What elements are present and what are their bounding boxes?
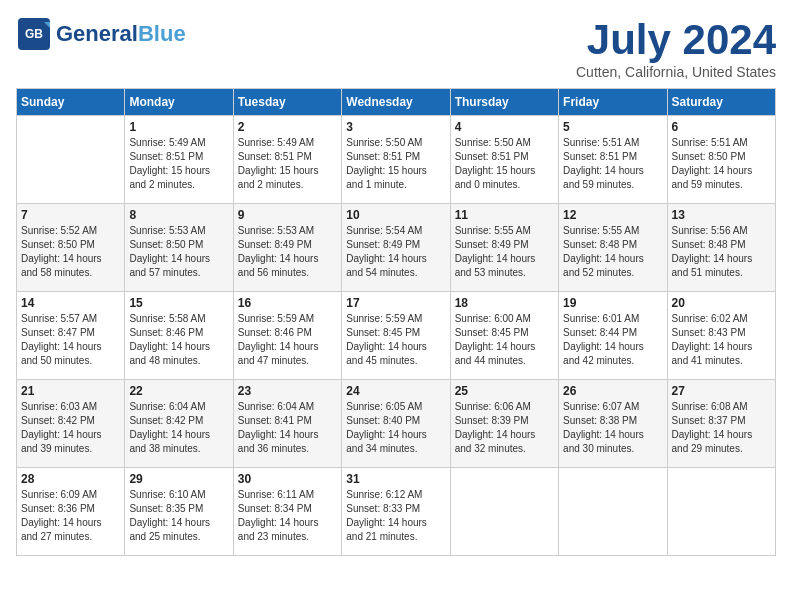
day-number: 9 — [238, 208, 337, 222]
calendar-cell: 3Sunrise: 5:50 AM Sunset: 8:51 PM Daylig… — [342, 116, 450, 204]
calendar-cell: 25Sunrise: 6:06 AM Sunset: 8:39 PM Dayli… — [450, 380, 558, 468]
weekday-header-sunday: Sunday — [17, 89, 125, 116]
day-number: 26 — [563, 384, 662, 398]
calendar-cell: 2Sunrise: 5:49 AM Sunset: 8:51 PM Daylig… — [233, 116, 341, 204]
weekday-header-friday: Friday — [559, 89, 667, 116]
day-info: Sunrise: 5:54 AM Sunset: 8:49 PM Dayligh… — [346, 224, 445, 280]
day-info: Sunrise: 5:53 AM Sunset: 8:49 PM Dayligh… — [238, 224, 337, 280]
day-info: Sunrise: 6:07 AM Sunset: 8:38 PM Dayligh… — [563, 400, 662, 456]
day-number: 6 — [672, 120, 771, 134]
day-number: 11 — [455, 208, 554, 222]
day-info: Sunrise: 6:02 AM Sunset: 8:43 PM Dayligh… — [672, 312, 771, 368]
page-header: GB GeneralBlue July 2024 Cutten, Califor… — [16, 16, 776, 80]
week-row-1: 1Sunrise: 5:49 AM Sunset: 8:51 PM Daylig… — [17, 116, 776, 204]
day-number: 24 — [346, 384, 445, 398]
day-number: 8 — [129, 208, 228, 222]
calendar-cell: 8Sunrise: 5:53 AM Sunset: 8:50 PM Daylig… — [125, 204, 233, 292]
day-info: Sunrise: 5:55 AM Sunset: 8:48 PM Dayligh… — [563, 224, 662, 280]
day-info: Sunrise: 5:50 AM Sunset: 8:51 PM Dayligh… — [455, 136, 554, 192]
weekday-header-thursday: Thursday — [450, 89, 558, 116]
weekday-header-saturday: Saturday — [667, 89, 775, 116]
calendar-cell: 14Sunrise: 5:57 AM Sunset: 8:47 PM Dayli… — [17, 292, 125, 380]
calendar-cell: 10Sunrise: 5:54 AM Sunset: 8:49 PM Dayli… — [342, 204, 450, 292]
calendar-cell: 9Sunrise: 5:53 AM Sunset: 8:49 PM Daylig… — [233, 204, 341, 292]
calendar-cell: 5Sunrise: 5:51 AM Sunset: 8:51 PM Daylig… — [559, 116, 667, 204]
calendar-cell: 24Sunrise: 6:05 AM Sunset: 8:40 PM Dayli… — [342, 380, 450, 468]
day-number: 28 — [21, 472, 120, 486]
day-info: Sunrise: 6:04 AM Sunset: 8:42 PM Dayligh… — [129, 400, 228, 456]
calendar-cell — [559, 468, 667, 556]
logo-icon: GB — [16, 16, 52, 52]
day-info: Sunrise: 5:51 AM Sunset: 8:51 PM Dayligh… — [563, 136, 662, 192]
day-number: 3 — [346, 120, 445, 134]
calendar-cell: 4Sunrise: 5:50 AM Sunset: 8:51 PM Daylig… — [450, 116, 558, 204]
day-info: Sunrise: 5:57 AM Sunset: 8:47 PM Dayligh… — [21, 312, 120, 368]
day-info: Sunrise: 5:53 AM Sunset: 8:50 PM Dayligh… — [129, 224, 228, 280]
calendar-cell: 11Sunrise: 5:55 AM Sunset: 8:49 PM Dayli… — [450, 204, 558, 292]
location: Cutten, California, United States — [576, 64, 776, 80]
day-info: Sunrise: 6:04 AM Sunset: 8:41 PM Dayligh… — [238, 400, 337, 456]
svg-text:GB: GB — [25, 27, 43, 41]
weekday-header-wednesday: Wednesday — [342, 89, 450, 116]
calendar-cell: 29Sunrise: 6:10 AM Sunset: 8:35 PM Dayli… — [125, 468, 233, 556]
day-number: 13 — [672, 208, 771, 222]
day-number: 2 — [238, 120, 337, 134]
calendar-cell: 15Sunrise: 5:58 AM Sunset: 8:46 PM Dayli… — [125, 292, 233, 380]
week-row-5: 28Sunrise: 6:09 AM Sunset: 8:36 PM Dayli… — [17, 468, 776, 556]
day-number: 10 — [346, 208, 445, 222]
day-info: Sunrise: 5:59 AM Sunset: 8:46 PM Dayligh… — [238, 312, 337, 368]
week-row-2: 7Sunrise: 5:52 AM Sunset: 8:50 PM Daylig… — [17, 204, 776, 292]
calendar-cell: 30Sunrise: 6:11 AM Sunset: 8:34 PM Dayli… — [233, 468, 341, 556]
day-number: 20 — [672, 296, 771, 310]
day-number: 16 — [238, 296, 337, 310]
calendar-cell: 20Sunrise: 6:02 AM Sunset: 8:43 PM Dayli… — [667, 292, 775, 380]
day-info: Sunrise: 6:10 AM Sunset: 8:35 PM Dayligh… — [129, 488, 228, 544]
calendar-cell — [667, 468, 775, 556]
day-number: 18 — [455, 296, 554, 310]
day-info: Sunrise: 6:03 AM Sunset: 8:42 PM Dayligh… — [21, 400, 120, 456]
week-row-4: 21Sunrise: 6:03 AM Sunset: 8:42 PM Dayli… — [17, 380, 776, 468]
day-info: Sunrise: 5:49 AM Sunset: 8:51 PM Dayligh… — [238, 136, 337, 192]
day-number: 15 — [129, 296, 228, 310]
calendar-cell: 22Sunrise: 6:04 AM Sunset: 8:42 PM Dayli… — [125, 380, 233, 468]
calendar-cell: 7Sunrise: 5:52 AM Sunset: 8:50 PM Daylig… — [17, 204, 125, 292]
calendar-table: SundayMondayTuesdayWednesdayThursdayFrid… — [16, 88, 776, 556]
day-number: 30 — [238, 472, 337, 486]
day-number: 5 — [563, 120, 662, 134]
calendar-cell: 23Sunrise: 6:04 AM Sunset: 8:41 PM Dayli… — [233, 380, 341, 468]
day-info: Sunrise: 5:51 AM Sunset: 8:50 PM Dayligh… — [672, 136, 771, 192]
day-number: 22 — [129, 384, 228, 398]
day-number: 31 — [346, 472, 445, 486]
day-number: 29 — [129, 472, 228, 486]
day-number: 4 — [455, 120, 554, 134]
calendar-cell: 21Sunrise: 6:03 AM Sunset: 8:42 PM Dayli… — [17, 380, 125, 468]
day-number: 19 — [563, 296, 662, 310]
calendar-cell: 28Sunrise: 6:09 AM Sunset: 8:36 PM Dayli… — [17, 468, 125, 556]
day-number: 25 — [455, 384, 554, 398]
day-info: Sunrise: 5:55 AM Sunset: 8:49 PM Dayligh… — [455, 224, 554, 280]
day-number: 21 — [21, 384, 120, 398]
calendar-cell: 12Sunrise: 5:55 AM Sunset: 8:48 PM Dayli… — [559, 204, 667, 292]
logo-text: GeneralBlue — [56, 21, 186, 47]
day-number: 12 — [563, 208, 662, 222]
weekday-header-monday: Monday — [125, 89, 233, 116]
logo: GB GeneralBlue — [16, 16, 186, 52]
day-info: Sunrise: 6:00 AM Sunset: 8:45 PM Dayligh… — [455, 312, 554, 368]
day-info: Sunrise: 6:08 AM Sunset: 8:37 PM Dayligh… — [672, 400, 771, 456]
day-number: 14 — [21, 296, 120, 310]
calendar-cell: 16Sunrise: 5:59 AM Sunset: 8:46 PM Dayli… — [233, 292, 341, 380]
calendar-cell: 6Sunrise: 5:51 AM Sunset: 8:50 PM Daylig… — [667, 116, 775, 204]
calendar-cell: 26Sunrise: 6:07 AM Sunset: 8:38 PM Dayli… — [559, 380, 667, 468]
day-number: 27 — [672, 384, 771, 398]
calendar-cell — [450, 468, 558, 556]
calendar-cell: 17Sunrise: 5:59 AM Sunset: 8:45 PM Dayli… — [342, 292, 450, 380]
day-number: 17 — [346, 296, 445, 310]
day-info: Sunrise: 5:49 AM Sunset: 8:51 PM Dayligh… — [129, 136, 228, 192]
day-info: Sunrise: 5:52 AM Sunset: 8:50 PM Dayligh… — [21, 224, 120, 280]
day-info: Sunrise: 5:58 AM Sunset: 8:46 PM Dayligh… — [129, 312, 228, 368]
day-number: 23 — [238, 384, 337, 398]
calendar-cell: 19Sunrise: 6:01 AM Sunset: 8:44 PM Dayli… — [559, 292, 667, 380]
day-info: Sunrise: 5:56 AM Sunset: 8:48 PM Dayligh… — [672, 224, 771, 280]
day-info: Sunrise: 6:06 AM Sunset: 8:39 PM Dayligh… — [455, 400, 554, 456]
calendar-cell: 18Sunrise: 6:00 AM Sunset: 8:45 PM Dayli… — [450, 292, 558, 380]
